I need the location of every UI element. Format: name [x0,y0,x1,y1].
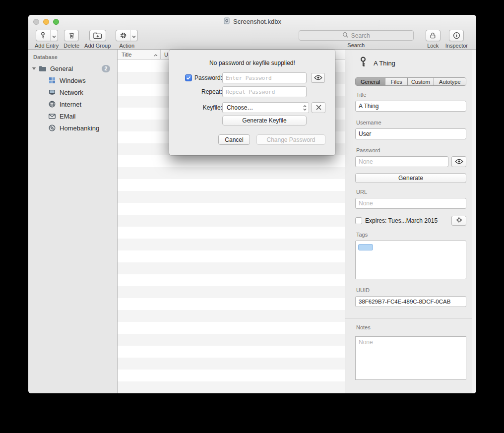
inspector-scrollbar[interactable] [472,50,476,393]
expires-date-button[interactable] [451,216,466,226]
reveal-password-button[interactable] [311,73,325,83]
window-title: Screenshot.kdbx [233,18,281,25]
sidebar-item-network[interactable]: Network [28,86,117,98]
sidebar-item-general[interactable]: General 2 [28,62,117,74]
info-icon [449,30,463,41]
add-entry-button[interactable] [36,30,58,41]
key-icon [36,30,50,41]
sidebar-item-label: Network [60,89,83,96]
repeat-row: Repeat: [179,86,325,97]
close-button[interactable] [33,19,39,25]
tags-box[interactable] [355,241,466,279]
expires-checkbox[interactable] [355,217,362,224]
sidebar-item-label: EMail [60,113,76,120]
generate-keyfile-row: Generate Keyfile [222,116,325,125]
close-icon [316,103,321,112]
search-placeholder: Search [351,32,370,39]
action-label: Action [120,43,135,49]
reveal-password-button[interactable] [451,156,466,167]
inspector-tool: Inspector [445,30,468,49]
inspector-divider [345,318,476,318]
add-entry-label: Add Entry [35,43,59,49]
chevron-down-icon [52,31,56,40]
enter-password-input[interactable] [222,72,307,83]
titlebar[interactable]: Screenshot.kdbx [28,15,476,28]
change-password-button[interactable]: Change Password [256,134,325,145]
tab-general[interactable]: General [356,78,385,85]
eye-icon [314,73,322,82]
add-entry-dropdown[interactable] [50,30,58,41]
add-group-button[interactable] [89,30,106,41]
lock-tool: Lock [426,30,441,49]
lock-button[interactable] [426,30,441,41]
tab-autotype[interactable]: Autotype [434,78,466,85]
password-row: Password: [179,72,325,83]
sidebar: Database General 2 Windows [28,50,118,393]
window-chrome: Screenshot.kdbx Add Entry [28,15,476,50]
gear-icon [456,216,462,225]
cancel-button[interactable]: Cancel [218,134,250,145]
url-field[interactable] [355,198,466,209]
folder-icon [39,64,47,72]
window-title-area: Screenshot.kdbx [28,15,476,28]
keyfile-popup-value: Choose… [227,104,253,111]
password-field-label: Password [356,147,466,153]
column-header-title[interactable]: Title [118,50,161,59]
title-field[interactable] [355,101,466,112]
globe-icon [48,100,56,108]
tab-custom[interactable]: Custom [408,78,434,85]
title-field-label: Title [356,92,466,98]
action-dropdown[interactable] [130,30,137,41]
delete-label: Delete [63,43,79,49]
generate-password-button[interactable]: Generate [355,173,466,183]
column-username-label: U [164,52,168,58]
inspector-button[interactable] [449,30,464,41]
username-field-label: Username [356,120,466,125]
email-icon [48,112,56,120]
sidebar-item-windows[interactable]: Windows [28,74,117,86]
delete-tool: Delete [63,30,79,49]
zoom-button[interactable] [53,19,59,25]
delete-button[interactable] [64,30,79,41]
inspector-tabs: General Files Custom Autotype [355,77,466,86]
change-password-dialog: No password or keyfile supplied! Passwor… [169,50,335,155]
lock-label: Lock [427,43,439,49]
notes-field[interactable] [355,336,466,380]
clear-keyfile-button[interactable] [312,102,325,113]
sidebar-item-email[interactable]: EMail [28,110,117,122]
password-checkbox[interactable] [185,74,192,81]
password-field[interactable] [355,156,448,167]
uuid-label: UUID [356,287,466,293]
sidebar-item-label: General [50,65,73,72]
action-button[interactable] [116,30,138,41]
notes-label: Notes [356,324,466,330]
search-input[interactable]: Search [299,30,414,41]
stepper-icon [303,105,307,111]
sidebar-item-internet[interactable]: Internet [28,98,117,110]
sort-ascending-icon [154,52,158,58]
sidebar-item-label: Homebanking [60,124,99,132]
keyfile-popup[interactable]: Choose… [222,102,309,113]
dialog-message: No password or keyfile supplied! [169,50,335,66]
keyfile-row: Keyfile: Choose… [179,102,325,113]
repeat-password-input[interactable] [222,86,307,97]
minimize-button[interactable] [43,19,49,25]
dialog-password-label: Password: [194,74,222,81]
tab-files[interactable]: Files [385,78,408,85]
entry-count-badge: 2 [102,65,110,72]
tag-chip[interactable] [358,244,373,250]
search-icon [342,32,349,40]
username-field[interactable] [355,128,466,139]
gear-icon [116,30,130,41]
chevron-down-icon [132,31,136,40]
uuid-field[interactable] [355,296,466,307]
add-entry-tool: Add Entry [35,30,59,49]
sidebar-item-label: Internet [60,101,81,108]
windows-icon [48,76,56,84]
generate-keyfile-button[interactable]: Generate Keyfile [222,116,307,125]
search-label: Search [347,42,365,48]
search-tool: Search Search [299,30,414,48]
sidebar-item-homebanking[interactable]: Homebanking [28,122,117,134]
disclosure-triangle-icon[interactable] [32,65,36,72]
dialog-buttons: Cancel Change Password [218,134,325,145]
